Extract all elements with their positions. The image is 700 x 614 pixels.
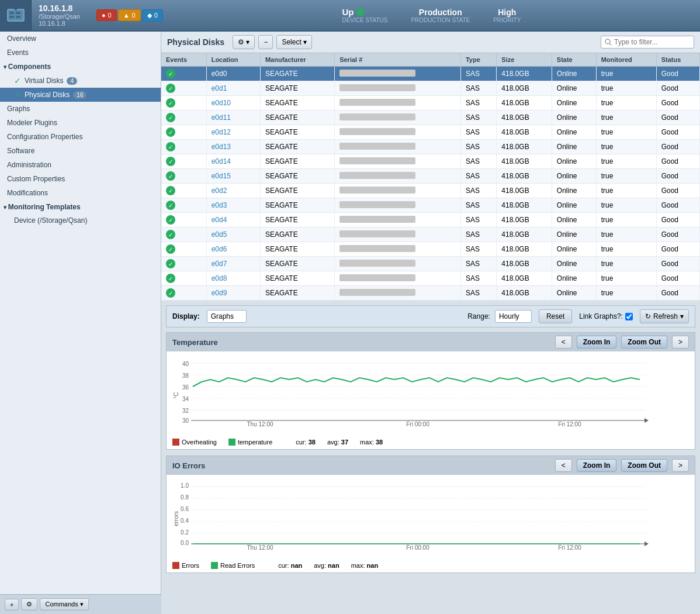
gear-btn[interactable]: ⚙ [21, 598, 37, 610]
sidebar-item-graphs[interactable]: Graphs [0, 102, 161, 116]
temperature-stats: cur: 38 avg: 37 max: 38 [296, 439, 383, 446]
table-row[interactable]: ✓e0d1SEAGATESAS418.0GBOnlinetrueGood [161, 81, 700, 96]
cell-manufacturer: SEAGATE [260, 213, 334, 227]
io-errors-legend: Errors Read Errors cur: nan avg: nan max… [167, 558, 695, 572]
table-row[interactable]: ✓e0d7SEAGATESAS418.0GBOnlinetrueGood [161, 257, 700, 271]
cell-type: SAS [460, 227, 496, 242]
table-row[interactable]: ✓e0d11SEAGATESAS418.0GBOnlinetrueGood [161, 111, 700, 125]
reset-btn[interactable]: Reset [539, 309, 572, 323]
table-row[interactable]: ✓e0d13SEAGATESAS418.0GBOnlinetrueGood [161, 140, 700, 154]
range-select[interactable]: Hourly [495, 310, 532, 323]
cell-manufacturer: SEAGATE [260, 198, 334, 213]
io-errors-cur-label: cur: nan [278, 562, 302, 569]
minus-btn[interactable]: − [258, 35, 273, 49]
commands-btn[interactable]: Commands ▾ [40, 598, 88, 610]
table-row[interactable]: ✓e0d2SEAGATESAS418.0GBOnlinetrueGood [161, 184, 700, 198]
sidebar-item-administration[interactable]: Administration [0, 158, 161, 172]
serial-blurred [339, 128, 415, 135]
sidebar-item-custom-properties[interactable]: Custom Properties [0, 172, 161, 186]
sidebar-item-virtual-disks[interactable]: ✓ Virtual Disks 4 [0, 74, 161, 88]
cell-serial [335, 81, 461, 96]
display-select[interactable]: Graphs [207, 310, 247, 323]
table-row[interactable]: ✓e0d3SEAGATESAS418.0GBOnlinetrueGood [161, 198, 700, 213]
cell-location: e0d10 [206, 96, 260, 111]
filter-input[interactable] [601, 36, 694, 49]
device-sub: 10.16.1.8 [39, 20, 80, 27]
sidebar-item-events[interactable]: Events [0, 46, 161, 60]
errors-label: Errors [182, 562, 199, 569]
serial-blurred [339, 260, 415, 267]
gear-dropdown-btn[interactable]: ⚙ ▾ [233, 35, 255, 49]
badge-blue-count: 0 [154, 12, 158, 19]
display-label: Display: [172, 312, 200, 320]
cell-location: e0d6 [206, 242, 260, 257]
cell-location: e0d1 [206, 81, 260, 96]
cell-events: ✓ [161, 257, 206, 271]
table-row[interactable]: ✓e0d8SEAGATESAS418.0GBOnlinetrueGood [161, 271, 700, 286]
serial-blurred [339, 216, 415, 223]
cell-location: e0d11 [206, 111, 260, 125]
io-errors-zoom-out-btn[interactable]: Zoom Out [621, 459, 667, 472]
cell-size: 418.0GB [497, 227, 552, 242]
cell-location: e0d2 [206, 184, 260, 198]
sidebar-monitoring-templates-section[interactable]: Monitoring Templates [0, 200, 161, 214]
main-layout: Overview Events Components ✓ Virtual Dis… [0, 32, 700, 614]
temperature-zoom-out-btn[interactable]: Zoom Out [621, 336, 667, 349]
cell-location: e0d4 [206, 213, 260, 227]
cell-status: Good [656, 140, 699, 154]
io-errors-next-btn[interactable]: > [672, 459, 689, 472]
sidebar-item-modeler-plugins[interactable]: Modeler Plugins [0, 116, 161, 130]
priority-label: PRIORITY [493, 17, 521, 23]
col-type: Type [460, 53, 496, 67]
event-check-icon: ✓ [166, 201, 175, 210]
cell-manufacturer: SEAGATE [260, 286, 334, 301]
cell-location: e0d3 [206, 198, 260, 213]
badge-orange-icon: ▲ [123, 12, 130, 19]
table-row[interactable]: ✓e0d9SEAGATESAS418.0GBOnlinetrueGood [161, 286, 700, 301]
select-btn[interactable]: Select ▾ [276, 35, 312, 49]
sidebar-components-section[interactable]: Components [0, 60, 161, 74]
temperature-zoom-in-btn[interactable]: Zoom In [577, 336, 617, 349]
sidebar-item-physical-disks[interactable]: ✓ Physical Disks 16 [0, 88, 161, 102]
add-btn[interactable]: + [5, 599, 19, 610]
temperature-prev-btn[interactable]: < [555, 336, 572, 349]
device-status-value: Up [342, 7, 354, 17]
refresh-btn[interactable]: ↻ Refresh ▾ [640, 309, 689, 323]
cell-location: e0d9 [206, 286, 260, 301]
table-row[interactable]: ✓e0d14SEAGATESAS418.0GBOnlinetrueGood [161, 154, 700, 169]
sidebar-item-configuration-properties[interactable]: Configuration Properties [0, 130, 161, 144]
cell-location: e0d8 [206, 271, 260, 286]
cell-state: Online [552, 81, 596, 96]
table-row[interactable]: ✓e0d12SEAGATESAS418.0GBOnlinetrueGood [161, 125, 700, 140]
cell-monitored: true [596, 169, 656, 184]
legend-temperature: temperature [228, 439, 272, 446]
temperature-next-btn[interactable]: > [672, 336, 689, 349]
event-check-icon: ✓ [166, 215, 175, 225]
io-errors-prev-btn[interactable]: < [555, 459, 572, 472]
col-location: Location [206, 53, 260, 67]
table-row[interactable]: ✓e0d0SEAGATESAS418.0GBOnlinetrueGood [161, 67, 700, 81]
event-check-icon: ✓ [166, 69, 175, 78]
cell-manufacturer: SEAGATE [260, 67, 334, 81]
svg-text:errors: errors [173, 511, 179, 526]
cell-location: e0d15 [206, 169, 260, 184]
table-row[interactable]: ✓e0d5SEAGATESAS418.0GBOnlinetrueGood [161, 227, 700, 242]
table-row[interactable]: ✓e0d4SEAGATESAS418.0GBOnlinetrueGood [161, 213, 700, 227]
cell-manufacturer: SEAGATE [260, 125, 334, 140]
table-title: Physical Disks [167, 37, 224, 47]
cell-type: SAS [460, 154, 496, 169]
link-graphs-checkbox[interactable] [625, 313, 633, 320]
sidebar-item-overview[interactable]: Overview [0, 32, 161, 46]
header-mid: Up DEVICE STATUS Production PRODUCTION S… [163, 7, 700, 23]
table-row[interactable]: ✓e0d6SEAGATESAS418.0GBOnlinetrueGood [161, 242, 700, 257]
io-errors-zoom-in-btn[interactable]: Zoom In [577, 459, 617, 472]
table-row[interactable]: ✓e0d15SEAGATESAS418.0GBOnlinetrueGood [161, 169, 700, 184]
table-row[interactable]: ✓e0d10SEAGATESAS418.0GBOnlinetrueGood [161, 96, 700, 111]
sidebar-item-modifications[interactable]: Modifications [0, 186, 161, 200]
sidebar-item-software[interactable]: Software [0, 144, 161, 158]
serial-blurred [339, 245, 415, 252]
event-check-icon: ✓ [166, 274, 175, 283]
badge-red: ● 0 [96, 9, 117, 21]
svg-text:Thu 12:00: Thu 12:00 [247, 421, 273, 427]
sidebar-item-device-template[interactable]: Device (/Storage/Qsan) [0, 214, 161, 227]
